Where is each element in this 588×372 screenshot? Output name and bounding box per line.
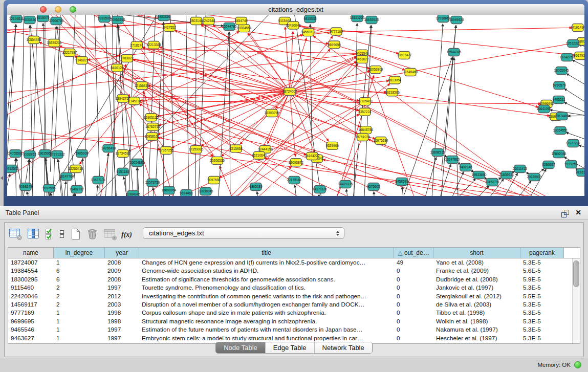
column-header-year[interactable]: year <box>105 248 139 258</box>
graph-edge <box>59 46 266 149</box>
graph-node-label: 19600964 <box>162 188 177 192</box>
panel-divider[interactable] <box>0 3 4 206</box>
select-columns-button[interactable] <box>45 227 54 240</box>
window-titlebar[interactable]: citations_edges.txt <box>7 4 584 15</box>
vertical-scrollbar[interactable] <box>572 258 580 343</box>
table-toolbar: f(x) <box>9 226 132 241</box>
graph-node-label: 9283509 <box>98 16 111 20</box>
graph-edge <box>151 117 307 155</box>
table-cell: 0 <box>394 317 433 325</box>
table-cell: 2008 <box>105 275 139 283</box>
memory-ok-led-icon <box>574 361 581 368</box>
graph-node-label: 9518079 <box>36 16 50 19</box>
function-icon: f(x) <box>121 231 132 240</box>
table-cell: 2008 <box>105 258 139 267</box>
table-cell: 0 <box>394 325 433 334</box>
table-cell: 1 <box>54 309 105 317</box>
table-panel-header[interactable]: Table Panel ✕ <box>0 206 588 220</box>
graph-node-label: 14191494 <box>571 26 584 29</box>
graph-node-label: 19218506 <box>385 91 400 94</box>
tab-edge-table[interactable]: Edge Table <box>266 342 315 353</box>
table-selector-dropdown[interactable]: citations_edges.txt <box>143 227 344 239</box>
dropdown-arrows-icon <box>336 231 339 236</box>
tab-network-table[interactable]: Network Table <box>315 342 372 353</box>
graph-edge <box>201 25 290 92</box>
table-row[interactable]: 2242004622012Investigating the contribut… <box>8 292 572 300</box>
table-row[interactable]: 1456911722003Disruption of a novel membe… <box>8 300 572 309</box>
graph-node-label: 19533690 <box>472 173 487 177</box>
graph-node-label: 12213364 <box>146 43 161 47</box>
graph-node-label: 9097596 <box>42 186 56 190</box>
table-row[interactable]: 1830029562008Estimation of significance … <box>8 275 572 283</box>
graph-edge <box>21 15 24 196</box>
graph-node-label: 9816130 <box>576 170 584 174</box>
show-columns-button[interactable] <box>27 227 40 240</box>
graph-node-label: 22874461 <box>555 114 570 118</box>
new-column-button[interactable] <box>70 227 82 240</box>
graph-node-label: 8427552 <box>163 26 177 29</box>
table-cell: Changes of HCN gene expression and I(f) … <box>139 258 394 267</box>
float-panel-icon[interactable] <box>561 209 570 220</box>
table-row[interactable]: 1872400712008Changes of HCN gene express… <box>8 258 572 267</box>
graph-node-label: 9865389 <box>249 185 263 188</box>
graph-node-label: 12156819 <box>135 84 149 87</box>
column-header-short[interactable]: short <box>433 248 520 258</box>
table-cell: 5.3E-5 <box>520 300 564 309</box>
rows-mode-button[interactable] <box>58 227 66 240</box>
column-header-in_degree[interactable]: in_degree <box>54 248 105 258</box>
table-cell: 9115460 <box>8 283 54 292</box>
edge-arrowhead <box>449 164 451 167</box>
edge-arrowhead <box>79 161 82 164</box>
graph-node-label: 21835521 <box>499 173 514 177</box>
graph-node-label: 14055561 <box>8 151 23 155</box>
graph-node-label: 9242848 <box>202 19 215 23</box>
graph-node-label: 16641053 <box>537 107 552 111</box>
close-panel-icon[interactable]: ✕ <box>575 208 581 216</box>
network-view-window[interactable]: citations_edges.txt 18724007183002951938… <box>4 0 588 206</box>
graph-edge <box>220 166 237 196</box>
graph-edge <box>213 25 290 92</box>
table-row[interactable]: 946554611997Estimation of the future num… <box>8 325 572 334</box>
graph-node-label: 9146821 <box>75 58 89 62</box>
graph-node-label: 3215958 <box>229 147 243 150</box>
table-panel: Table Panel ✕ <box>0 206 588 358</box>
network-graph-svg[interactable]: 1872400718300295193845549115460224200461… <box>7 15 584 196</box>
column-header-name[interactable]: name <box>8 248 54 258</box>
graph-node-label: 13573759 <box>145 181 160 184</box>
table-cell: 49 <box>394 258 433 267</box>
graph-edge <box>105 24 118 196</box>
scrollbar-thumb[interactable] <box>573 260 579 287</box>
function-builder-button[interactable]: f(x) <box>121 227 132 240</box>
memory-indicator[interactable]: Memory: OK <box>537 361 581 368</box>
graph-edge <box>7 58 127 108</box>
graph-node-label: 9699695 <box>328 43 341 47</box>
graph-edge <box>442 25 456 171</box>
table-body[interactable]: 1872400712008Changes of HCN gene express… <box>8 258 572 343</box>
table-options-button[interactable] <box>9 227 23 240</box>
column-header-pagerank[interactable]: pagerank <box>520 248 564 258</box>
edge-arrowhead <box>14 24 17 27</box>
delete-button[interactable] <box>86 227 99 240</box>
table-cell: 5.3E-5 <box>520 334 564 342</box>
table-row[interactable]: 946362711997Embryonic stem cells: a mode… <box>8 334 572 342</box>
network-canvas[interactable]: 1872400718300295193845549115460224200461… <box>7 15 584 196</box>
collapse-panel-arrow-icon[interactable] <box>1 176 3 180</box>
graph-node-label: 9402246 <box>459 165 472 169</box>
graph-node-label: 12918668 <box>436 16 451 20</box>
table-row[interactable]: 911546021997Tourette syndrome. Phenomeno… <box>8 283 572 292</box>
table-row[interactable]: 969969511998Structural magnetic resonanc… <box>8 317 572 325</box>
graph-node-label: 16949424 <box>449 18 464 21</box>
column-header-title[interactable]: title <box>139 248 394 258</box>
graph-node-label: 16164222 <box>305 154 320 158</box>
table-panel-title: Table Panel <box>6 209 39 216</box>
tab-node-table[interactable]: Node Table <box>216 342 266 353</box>
table-row[interactable]: 977716911998Corpus callosum shape and si… <box>8 309 572 317</box>
column-header-out_de[interactable]: △ out_de… <box>394 248 433 258</box>
table-cell: Embryonic stem cells: a model to study s… <box>139 334 394 342</box>
table-cell: 1998 <box>105 317 139 325</box>
table-cell: 5.3E-5 <box>520 283 564 292</box>
table-cell: 0 <box>394 292 433 300</box>
table-row[interactable]: 1938455462009Genome-wide association stu… <box>8 267 572 275</box>
graph-node-label: 12109511 <box>9 17 24 20</box>
graph-node-label: 19912531 <box>7 167 19 170</box>
